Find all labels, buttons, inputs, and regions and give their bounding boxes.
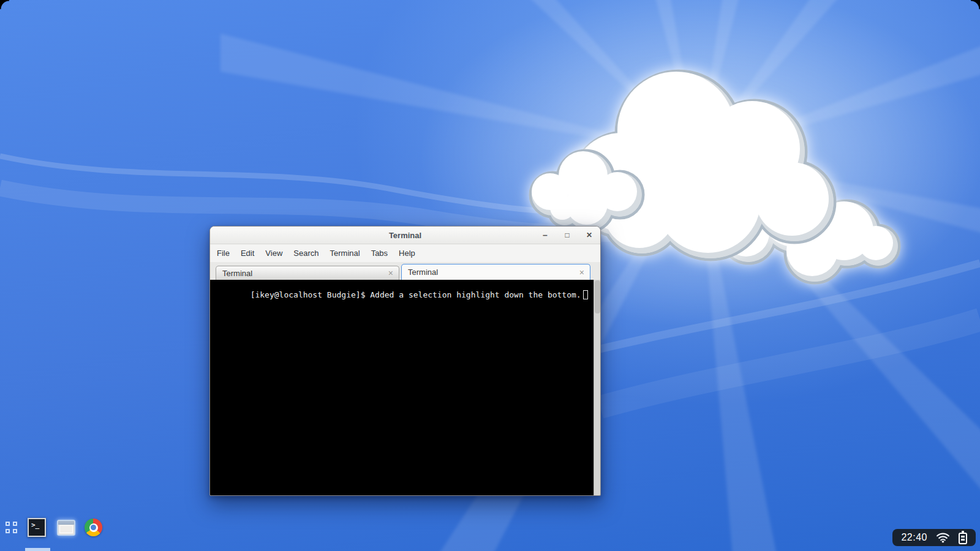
battery-charge-cells	[961, 536, 965, 542]
tab-close-icon[interactable]: ×	[574, 268, 590, 277]
workspace-square	[13, 522, 17, 526]
chrome-launcher-icon[interactable]	[85, 519, 102, 536]
window-titlebar-stripe	[58, 521, 74, 525]
tab-bar: Terminal×Terminal×	[210, 262, 600, 280]
tab-terminal-1[interactable]: Terminal×	[401, 264, 590, 280]
active-app-indicator	[25, 548, 50, 551]
screen-corner-topleft	[0, 0, 9, 9]
menu-file[interactable]: File	[211, 249, 235, 258]
desktop: Terminal – □ ✕ FileEditViewSearchTermina…	[0, 0, 980, 551]
scrollbar-thumb[interactable]	[595, 280, 600, 313]
menu-search[interactable]: Search	[288, 249, 324, 258]
workspace-square	[13, 529, 17, 533]
menu-view[interactable]: View	[260, 249, 288, 258]
chrome-blue-dot	[91, 525, 96, 530]
window-titlebar[interactable]: Terminal – □ ✕	[210, 227, 600, 244]
tab-label: Terminal	[402, 268, 574, 277]
menu-edit[interactable]: Edit	[235, 249, 260, 258]
menu-tabs[interactable]: Tabs	[366, 249, 393, 258]
menu-help[interactable]: Help	[393, 249, 421, 258]
system-tray[interactable]: 22:40	[892, 529, 976, 546]
tab-close-icon[interactable]: ×	[383, 268, 399, 278]
screen-corner-topright	[971, 0, 980, 9]
tab-label: Terminal	[216, 269, 383, 278]
taskbar: >_ 22:40	[0, 514, 980, 551]
battery-icon	[959, 533, 967, 544]
workspace-square	[6, 529, 10, 533]
menu-bar: FileEditViewSearchTerminalTabsHelp	[210, 244, 600, 262]
minimize-button[interactable]: –	[539, 227, 551, 244]
files-launcher-icon[interactable]	[57, 520, 75, 536]
terminal-scrollbar[interactable]	[594, 280, 600, 495]
wifi-icon	[936, 532, 950, 543]
terminal-prompt-glyph: >_	[31, 521, 39, 529]
tab-terminal-0[interactable]: Terminal×	[216, 266, 399, 280]
terminal-launcher-icon[interactable]: >_	[28, 518, 46, 537]
terminal-cursor	[583, 290, 588, 299]
maximize-button[interactable]: □	[561, 227, 573, 244]
clock: 22:40	[901, 532, 927, 543]
workspace-square	[6, 522, 10, 526]
window-body	[59, 525, 73, 533]
close-button[interactable]: ✕	[583, 227, 595, 244]
menu-terminal[interactable]: Terminal	[325, 249, 366, 258]
terminal-window: Terminal – □ ✕ FileEditViewSearchTermina…	[209, 226, 601, 496]
workspace-switcher-icon[interactable]	[6, 522, 18, 534]
terminal-content[interactable]: [ikey@localhost Budgie]$ Added a selecti…	[210, 280, 600, 495]
terminal-output: [ikey@localhost Budgie]$ Added a selecti…	[251, 290, 581, 299]
